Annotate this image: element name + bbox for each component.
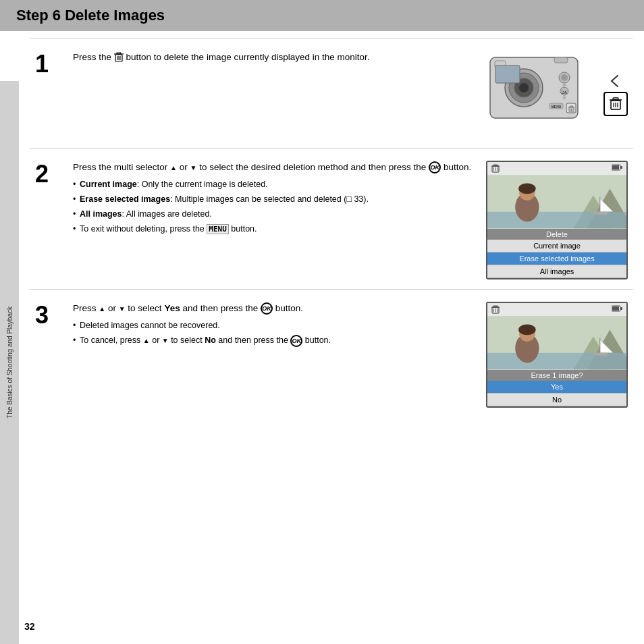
bullet-erase-selected: Erase selected images: Multiple images c… (73, 193, 473, 206)
ok-button-icon-3: OK (290, 335, 302, 347)
step-3-number: 3 (35, 303, 59, 327)
svg-rect-58 (493, 306, 498, 307)
main-content: 1 Press the button to delete the image c… (19, 38, 644, 417)
ok-button-icon: OK (429, 161, 441, 173)
ok-button-icon-2: OK (261, 302, 273, 315)
step-3-text: Press or to select Yes and then press th… (73, 302, 473, 349)
trash-button-area (603, 73, 628, 116)
svg-point-10 (519, 83, 529, 92)
confirm-top-bar (487, 303, 626, 316)
scene-svg (487, 175, 626, 229)
step-1-text: Press the button to delete the image cur… (73, 51, 473, 68)
step-3-main: Press or to select Yes and then press th… (73, 302, 473, 315)
page-number: 32 (24, 621, 35, 632)
svg-rect-44 (620, 166, 622, 169)
bullet-cancel: To cancel, press or to select No and the… (73, 334, 473, 347)
page-header: Step 6 Delete Images (0, 0, 644, 31)
step-1-row: 1 Press the button to delete the image c… (30, 38, 633, 149)
trash-confirm-icon (491, 305, 500, 314)
svg-rect-74 (593, 353, 608, 356)
arrow-up-icon-3 (143, 336, 150, 345)
menu-item-all: All images (487, 265, 626, 278)
svg-rect-2 (117, 53, 121, 54)
battery-icon-2 (612, 305, 622, 312)
svg-rect-12 (554, 57, 568, 63)
arrow-pointing-left (608, 73, 624, 89)
arrow-down-icon-2 (119, 303, 126, 313)
svg-rect-63 (620, 307, 622, 310)
erase-selected-label: Erase selected images (80, 194, 170, 204)
step-1-main: Press the button to delete the image cur… (73, 51, 473, 64)
bullet-exit: To exit without deleting, press the MENU… (73, 223, 473, 236)
svg-rect-45 (612, 165, 619, 169)
trash-inline-icon (114, 52, 124, 63)
confirm-scene-area (487, 316, 626, 370)
svg-rect-30 (495, 65, 520, 83)
scene-svg-2 (487, 316, 626, 370)
svg-text:MENU: MENU (551, 105, 561, 109)
bullet-no-recover: Deleted images cannot be recovered. (73, 319, 473, 332)
arrow-down-icon-3 (162, 336, 169, 345)
delete-button-big (603, 92, 628, 116)
trash-icon-big (610, 97, 622, 111)
current-image-label: Current image (80, 180, 137, 189)
sidebar-label: The Basics of Shooting and Playback (0, 81, 19, 644)
confirm-no: No (487, 394, 626, 406)
menu-button-label: MENU (207, 224, 229, 234)
step-1-image: OK MENU (486, 51, 628, 138)
scene-image-area (487, 175, 626, 229)
bullet-current-image: Current image: Only the current image is… (73, 178, 473, 191)
page-title: Step 6 Delete Images (16, 7, 165, 24)
confirm-yes: Yes (487, 381, 626, 394)
arrow-up-icon (170, 162, 177, 172)
svg-point-52 (518, 184, 536, 194)
svg-rect-64 (612, 306, 619, 311)
arrow-up-icon-2 (99, 303, 105, 313)
step-3-image: Erase 1 image? Yes No (486, 302, 628, 408)
step-2-row: 2 Press the multi selector or to select … (30, 149, 633, 290)
step-1-number: 1 (35, 52, 59, 76)
svg-rect-55 (593, 212, 608, 215)
step-3-row: 3 Press or to select Yes and then press … (30, 290, 633, 417)
menu-item-erase: Erase selected images (487, 252, 626, 265)
svg-point-14 (561, 74, 568, 81)
confirm-header: Erase 1 image? (487, 370, 626, 381)
screen-menu: Delete Current image Erase selected imag… (487, 229, 626, 278)
delete-menu-screen: Delete Current image Erase selected imag… (486, 161, 628, 279)
menu-header: Delete (487, 229, 626, 240)
battery-icon (612, 164, 622, 171)
step-3-bullets: Deleted images cannot be recovered. To c… (73, 319, 473, 347)
svg-rect-39 (493, 165, 498, 166)
menu-item-current: Current image (487, 240, 626, 252)
all-images-label: All images (80, 209, 122, 219)
svg-point-71 (518, 325, 536, 336)
bullet-all-images: All images: All images are deleted. (73, 208, 473, 221)
step-2-main: Press the multi selector or to select th… (73, 161, 473, 174)
step-2-bullets: Current image: Only the current image is… (73, 178, 473, 235)
camera-svg: OK MENU (487, 51, 598, 138)
confirm-screen: Erase 1 image? Yes No (486, 302, 628, 408)
step-2-text: Press the multi selector or to select th… (73, 161, 473, 237)
yes-label: Yes (164, 303, 180, 313)
arrow-down-icon (190, 162, 196, 172)
no-label: No (205, 336, 216, 345)
svg-rect-33 (613, 98, 618, 100)
screen-top-bar (487, 162, 626, 175)
sidebar-text: The Basics of Shooting and Playback (6, 306, 14, 419)
trash-screen-icon (491, 164, 500, 173)
confirm-menu: Erase 1 image? Yes No (487, 370, 626, 406)
step-2-image: Delete Current image Erase selected imag… (486, 161, 628, 279)
camera-illustration: OK MENU (487, 51, 628, 138)
step-2-number: 2 (35, 162, 59, 186)
